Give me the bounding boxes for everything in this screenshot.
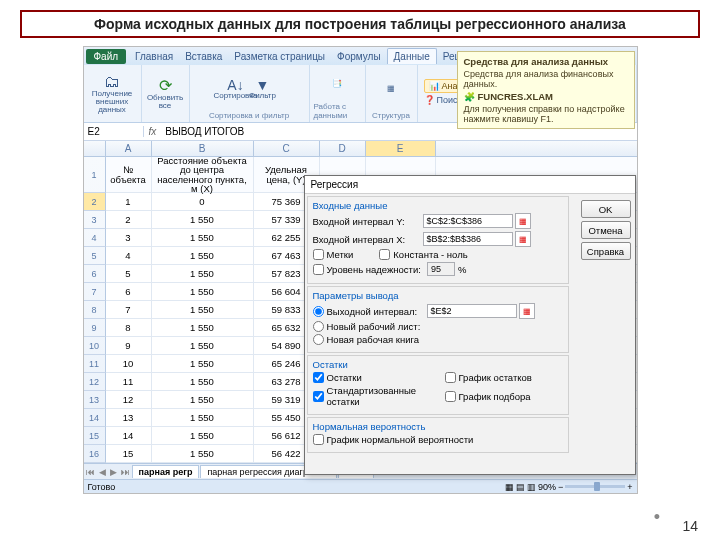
sheet-nav-last-icon[interactable]: ⏭ — [119, 467, 132, 477]
dialog-title: Регрессия — [305, 176, 635, 194]
tooltip: Средства для анализа данных Средства для… — [457, 51, 635, 129]
refresh-button[interactable]: ⟳Обновить все — [153, 80, 177, 108]
refpick-icon[interactable]: ▦ — [515, 231, 531, 247]
tab-home[interactable]: Главная — [129, 49, 179, 64]
cancel-button[interactable]: Отмена — [581, 221, 631, 239]
view-layout-icon[interactable]: ▤ — [516, 482, 525, 492]
col-header-D[interactable]: D — [320, 141, 366, 156]
col-header-E[interactable]: E — [366, 141, 436, 156]
bullet-icon: • — [654, 507, 660, 528]
ok-button[interactable]: OK — [581, 200, 631, 218]
sheet-nav-first-icon[interactable]: ⏮ — [84, 467, 97, 477]
excel-window: Файл Главная Вставка Разметка страницы Ф… — [83, 46, 638, 494]
const-checkbox[interactable] — [379, 249, 390, 260]
output-range-radio[interactable] — [313, 306, 324, 317]
tab-data[interactable]: Данные — [387, 48, 437, 64]
tab-formulas[interactable]: Формулы — [331, 49, 387, 64]
refpick-icon[interactable]: ▦ — [519, 303, 535, 319]
filter-button[interactable]: ▼Фильтр — [251, 75, 275, 103]
external-data-button[interactable]: 🗂Получение внешних данных — [100, 80, 124, 108]
zoom-slider[interactable] — [565, 485, 625, 488]
solver-icon: ❓ — [424, 95, 435, 105]
resid-plot-checkbox[interactable] — [445, 372, 456, 383]
fit-plot-checkbox[interactable] — [445, 391, 456, 402]
resid-checkbox[interactable] — [313, 372, 324, 383]
addin-icon: 🧩 — [464, 92, 475, 102]
outline-button[interactable]: ▦ — [379, 75, 403, 103]
new-wb-radio[interactable] — [313, 334, 324, 345]
prob-plot-checkbox[interactable] — [313, 434, 324, 445]
zoom-level[interactable]: 90% — [538, 482, 556, 492]
name-box[interactable]: E2 — [84, 126, 144, 137]
tab-layout[interactable]: Разметка страницы — [228, 49, 331, 64]
tab-insert[interactable]: Вставка — [179, 49, 228, 64]
sheet-nav-prev-icon[interactable]: ◀ — [97, 467, 108, 477]
view-pagebreak-icon[interactable]: ▥ — [527, 482, 536, 492]
labels-checkbox[interactable] — [313, 249, 324, 260]
sheet-nav-next-icon[interactable]: ▶ — [108, 467, 119, 477]
input-x[interactable]: $B$2:$B$386 — [423, 232, 513, 246]
col-header-A[interactable]: A — [106, 141, 152, 156]
confidence-checkbox[interactable] — [313, 264, 324, 275]
view-normal-icon[interactable]: ▦ — [505, 482, 514, 492]
zoom-out-icon[interactable]: − — [558, 482, 563, 492]
text-to-cols-button[interactable]: 📑 — [325, 70, 349, 98]
std-resid-checkbox[interactable] — [313, 391, 324, 402]
input-y[interactable]: $C$2:$C$386 — [423, 214, 513, 228]
output-range-input[interactable]: $E$2 — [427, 304, 517, 318]
help-button[interactable]: Справка — [581, 242, 631, 260]
sort-button[interactable]: A↓Сортировка — [224, 75, 248, 103]
page-number: 14 — [682, 518, 698, 534]
confidence-input[interactable]: 95 — [427, 262, 455, 276]
select-all-corner[interactable] — [84, 141, 106, 156]
row-headers[interactable]: 123456789101112131415161718 — [84, 157, 106, 494]
tab-file[interactable]: Файл — [86, 49, 127, 64]
new-ws-radio[interactable] — [313, 321, 324, 332]
col-header-B[interactable]: B — [152, 141, 254, 156]
status-bar: Готово ▦ ▤ ▥ 90% − + — [84, 479, 637, 493]
col-header-C[interactable]: C — [254, 141, 320, 156]
chart-icon: 📊 — [429, 81, 440, 91]
refpick-icon[interactable]: ▦ — [515, 213, 531, 229]
slide-title: Форма исходных данных для построения таб… — [20, 10, 700, 38]
sheet-tab-1[interactable]: парная регр — [132, 465, 200, 478]
fx-icon[interactable]: fx — [144, 126, 162, 137]
regression-dialog[interactable]: Регрессия OK Отмена Справка Входные данн… — [304, 175, 636, 475]
zoom-in-icon[interactable]: + — [627, 482, 632, 492]
